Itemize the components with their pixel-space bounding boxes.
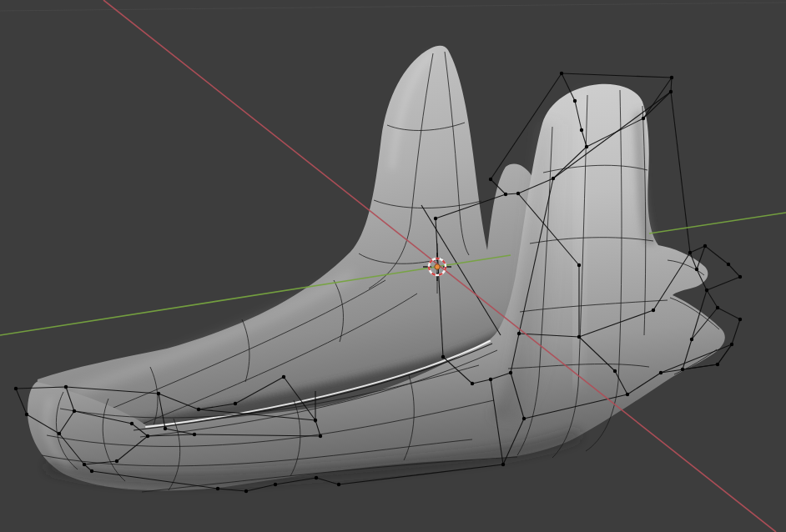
cage-vertex[interactable]: [642, 117, 645, 120]
cage-vertex[interactable]: [314, 419, 317, 422]
cage-vertex[interactable]: [705, 289, 708, 292]
cage-vertex[interactable]: [164, 427, 167, 430]
cage-vertex[interactable]: [434, 217, 437, 220]
cage-vertex[interactable]: [337, 483, 340, 486]
cage-vertex[interactable]: [489, 378, 492, 381]
cage-vertex[interactable]: [64, 385, 68, 389]
cage-vertex[interactable]: [716, 363, 719, 366]
cage-vertex[interactable]: [738, 318, 742, 321]
cage-vertex[interactable]: [659, 371, 663, 374]
cage-vertex[interactable]: [613, 369, 617, 373]
cage-vertex[interactable]: [573, 99, 577, 103]
cage-vertex[interactable]: [146, 434, 149, 438]
cage-vertex[interactable]: [489, 178, 492, 181]
cage-vertex[interactable]: [681, 368, 684, 371]
cage-vertex[interactable]: [669, 90, 673, 93]
cage-vertex[interactable]: [282, 375, 285, 379]
cage-vertex[interactable]: [730, 343, 733, 346]
cage-vertex[interactable]: [522, 417, 526, 420]
cage-vertex[interactable]: [577, 263, 581, 267]
cage-vertex[interactable]: [441, 355, 445, 359]
cage-vertex[interactable]: [157, 392, 160, 395]
cage-vertex[interactable]: [517, 332, 521, 335]
cage-vertex[interactable]: [695, 268, 698, 271]
cage-vertex[interactable]: [73, 409, 76, 413]
cage-vertex[interactable]: [83, 463, 86, 466]
viewport-canvas[interactable]: [0, 0, 786, 532]
cage-vertex[interactable]: [216, 487, 219, 490]
cage-vertex[interactable]: [315, 476, 318, 479]
cage-vertex[interactable]: [130, 422, 134, 425]
cage-vertex[interactable]: [560, 72, 563, 75]
cage-vertex[interactable]: [626, 393, 629, 396]
cage-vertex[interactable]: [577, 335, 581, 339]
cage-vertex[interactable]: [727, 263, 730, 266]
cage-vertex[interactable]: [193, 433, 196, 436]
cage-vertex[interactable]: [504, 193, 507, 196]
cage-vertex[interactable]: [688, 251, 692, 254]
cage-vertex[interactable]: [234, 402, 237, 405]
cage-vertex[interactable]: [115, 459, 118, 463]
cage-vertex[interactable]: [274, 483, 277, 486]
3d-viewport[interactable]: [0, 0, 786, 532]
cage-vertex[interactable]: [552, 177, 555, 180]
cage-vertex[interactable]: [516, 192, 520, 195]
cage-vertex[interactable]: [471, 382, 474, 385]
cage-vertex[interactable]: [319, 434, 322, 438]
cage-vertex[interactable]: [25, 413, 28, 416]
cage-vertex[interactable]: [197, 408, 200, 411]
cage-vertex[interactable]: [716, 306, 719, 309]
cage-vertex[interactable]: [585, 145, 588, 148]
object-origin-dot[interactable]: [435, 264, 440, 269]
cage-vertex[interactable]: [90, 469, 93, 473]
cage-vertex[interactable]: [703, 244, 707, 248]
cage-vertex[interactable]: [14, 387, 18, 390]
cage-vertex[interactable]: [690, 338, 693, 341]
cage-vertex[interactable]: [738, 275, 742, 279]
cage-vertex[interactable]: [580, 128, 583, 132]
cage-vertex[interactable]: [58, 432, 61, 435]
cage-vertex[interactable]: [244, 489, 248, 493]
cage-vertex[interactable]: [501, 463, 505, 466]
cage-vertex[interactable]: [670, 76, 673, 79]
cage-vertex[interactable]: [509, 371, 512, 374]
cage-vertex[interactable]: [652, 309, 655, 312]
